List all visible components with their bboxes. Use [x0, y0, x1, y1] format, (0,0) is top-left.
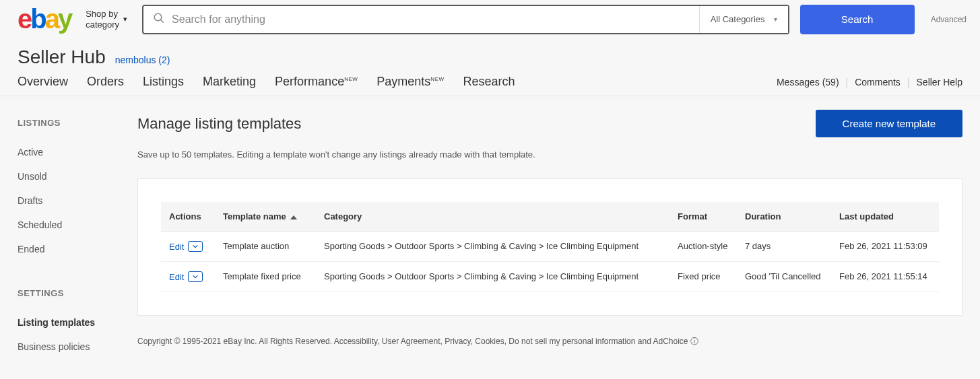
cell-duration: 7 days — [737, 232, 831, 262]
th-category: Category — [316, 202, 669, 232]
shop-by-category[interactable]: Shop by category ▾ — [86, 9, 127, 30]
search-icon — [153, 12, 165, 26]
templates-table: Actions Template name Category Format Du… — [161, 202, 939, 292]
footer-accessibility[interactable]: Accessibility — [334, 337, 377, 346]
chevron-down-icon: ▾ — [123, 15, 127, 24]
cell-duration: Good 'Til Cancelled — [737, 262, 831, 292]
sidebar-heading-listings: LISTINGS — [18, 118, 119, 128]
search-button[interactable]: Search — [800, 5, 915, 34]
comments-link[interactable]: Comments — [855, 77, 901, 88]
th-template-name[interactable]: Template name — [215, 202, 316, 232]
header-bar: ebay Shop by category ▾ All Categories ▾… — [0, 0, 980, 41]
create-new-template-button[interactable]: Create new template — [816, 110, 962, 137]
page-title: Manage listing templates — [137, 115, 301, 133]
sidebar-item-business-policies[interactable]: Business policies — [18, 335, 119, 359]
sidebar-item-ended[interactable]: Ended — [18, 237, 119, 261]
cell-category: Sporting Goods > Outdoor Sports > Climbi… — [316, 232, 669, 262]
footer-copyright: Copyright © 1995-2021 eBay Inc. All Righ… — [137, 337, 334, 346]
sidebar-item-listing-templates[interactable]: Listing templates — [18, 310, 119, 335]
cell-category: Sporting Goods > Outdoor Sports > Climbi… — [316, 262, 669, 292]
adchoice-icon: ⓘ — [690, 337, 698, 346]
advanced-link[interactable]: Advanced — [931, 15, 967, 24]
svg-line-1 — [160, 20, 164, 23]
shop-by-line1: Shop by — [86, 9, 118, 19]
username-link[interactable]: nembolus — [115, 55, 156, 65]
footer-donotsell[interactable]: Do not sell my personal information — [509, 337, 635, 346]
sub-header: Seller Hub nembolus (2) — [0, 41, 980, 72]
tab-marketing[interactable]: Marketing — [203, 75, 256, 89]
cell-format: Fixed price — [669, 262, 737, 292]
tab-orders[interactable]: Orders — [87, 75, 124, 89]
footer-adchoice[interactable]: AdChoice — [653, 337, 688, 346]
cell-format: Auction-style — [669, 232, 737, 262]
main-panel: Manage listing templates Create new temp… — [137, 110, 962, 361]
cell-last-updated: Feb 26, 2021 11:53:09 — [831, 232, 939, 262]
search-input[interactable] — [172, 6, 699, 33]
seller-help-link[interactable]: Seller Help — [917, 77, 962, 88]
footer-cookies[interactable]: Cookies — [475, 337, 504, 346]
th-last-updated: Last updated — [831, 202, 939, 232]
tab-listings[interactable]: Listings — [143, 75, 184, 89]
cell-template-name: Template fixed price — [215, 262, 316, 292]
th-actions: Actions — [161, 202, 215, 232]
messages-link[interactable]: Messages (59) — [777, 77, 839, 88]
sidebar-item-scheduled[interactable]: Scheduled — [18, 213, 119, 237]
seller-hub-title: Seller Hub — [18, 46, 106, 68]
shop-by-line2: category — [86, 20, 119, 30]
cell-last-updated: Feb 26, 2021 11:55:14 — [831, 262, 939, 292]
edit-link[interactable]: Edit — [169, 242, 184, 252]
nav-tabs: Overview Orders Listings Marketing Perfo… — [18, 75, 515, 89]
tab-overview[interactable]: Overview — [18, 75, 68, 89]
tab-research[interactable]: Research — [463, 75, 515, 89]
tab-payments[interactable]: PaymentsNEW — [377, 75, 444, 89]
footer-privacy[interactable]: Privacy — [445, 337, 470, 346]
sidebar-item-unsold[interactable]: Unsold — [18, 164, 119, 188]
sidebar-item-drafts[interactable]: Drafts — [18, 188, 119, 213]
svg-point-0 — [154, 13, 162, 21]
edit-link[interactable]: Edit — [169, 272, 184, 282]
right-links: Messages (59) | Comments | Seller Help — [777, 77, 962, 88]
cell-template-name: Template auction — [215, 232, 316, 262]
content: LISTINGS Active Unsold Drafts Scheduled … — [0, 96, 980, 379]
th-format: Format — [669, 202, 737, 232]
footer: Copyright © 1995-2021 eBay Inc. All Righ… — [137, 336, 962, 361]
ebay-logo[interactable]: ebay — [18, 4, 71, 34]
sidebar-heading-settings: SETTINGS — [18, 288, 119, 298]
page-subtext: Save up to 50 templates. Editing a templ… — [137, 149, 962, 160]
table-row: Edit Template auction Sporting Goods > O… — [161, 232, 939, 262]
table-row: Edit Template fixed price Sporting Goods… — [161, 262, 939, 292]
row-actions-dropdown[interactable] — [188, 271, 203, 282]
th-duration: Duration — [737, 202, 831, 232]
user-count[interactable]: (2) — [158, 55, 170, 65]
sidebar: LISTINGS Active Unsold Drafts Scheduled … — [18, 110, 119, 361]
search-bar: All Categories ▾ — [142, 5, 789, 34]
sidebar-item-active[interactable]: Active — [18, 140, 119, 164]
templates-table-card: Actions Template name Category Format Du… — [137, 178, 962, 316]
category-select[interactable]: All Categories — [699, 6, 788, 33]
tab-performance[interactable]: PerformanceNEW — [275, 75, 358, 89]
row-actions-dropdown[interactable] — [188, 241, 203, 252]
footer-user-agreement[interactable]: User Agreement — [382, 337, 440, 346]
nav-row: Overview Orders Listings Marketing Perfo… — [0, 72, 980, 96]
